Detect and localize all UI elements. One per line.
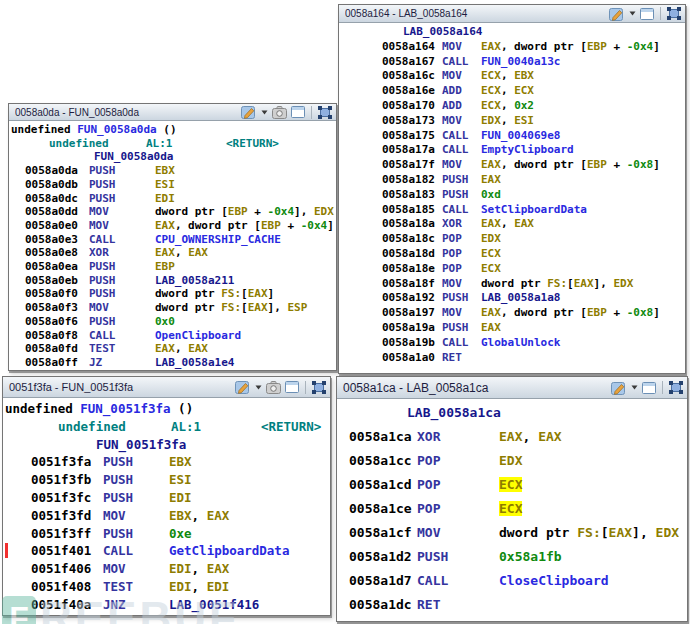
selection-icon[interactable] — [318, 106, 332, 119]
operand-token: EDI — [169, 490, 192, 505]
listing-row[interactable]: 0058a182PUSHEAX — [339, 173, 685, 188]
listing-row[interactable]: FUN_0051f3fa — [3, 436, 330, 454]
listing-row[interactable]: 0058a1d2PUSH0x58a1fb — [337, 545, 687, 569]
listing-row[interactable]: 0058a0dcPUSHEDI — [9, 192, 336, 206]
listing-row[interactable]: 0051f3faPUSHEBX — [3, 453, 330, 471]
listing-row[interactable]: 0058a1cePOPECX — [337, 497, 687, 521]
dropdown-icon[interactable] — [261, 110, 268, 115]
listing-row[interactable]: 0058a19bCALLGlobalUnlock — [339, 336, 685, 351]
restore-icon[interactable] — [291, 106, 305, 118]
selection-icon[interactable] — [669, 381, 683, 394]
restore-icon[interactable] — [642, 382, 656, 394]
camera-icon[interactable] — [272, 106, 287, 119]
listing-row[interactable]: 0058a0f8CALLOpenClipboard — [9, 329, 336, 343]
operand-token: , — [522, 429, 538, 444]
mnemonic: POP — [417, 449, 499, 473]
titlebar[interactable]: 0058a0da - FUN_0058a0da — [9, 104, 336, 121]
listing-row[interactable]: 0058a1caXOREAX, EAX — [337, 425, 687, 449]
listing-row[interactable]: LAB_0058a1ca — [337, 401, 687, 425]
listing-row[interactable]: 0058a0f3MOVdword ptr FS:[EAX], ESP — [9, 301, 336, 315]
selection-icon[interactable] — [667, 7, 681, 20]
listing-row[interactable]: 0058a0dbPUSHESI — [9, 178, 336, 192]
listing-row[interactable]: 0051f408TESTEDI, EDI — [3, 578, 330, 596]
listing-row[interactable]: 0058a0daPUSHEBX — [9, 164, 336, 178]
listing-row[interactable]: 0058a1d7CALLCloseClipboard — [337, 569, 687, 593]
listing-row[interactable]: 0058a19aPUSHEAX — [339, 321, 685, 336]
function-prototype[interactable]: undefinedAL:1<RETURN> — [3, 418, 330, 436]
edit-icon[interactable] — [241, 105, 257, 119]
dropdown-icon[interactable] — [629, 11, 636, 16]
listing-row[interactable]: 0051f401CALLGetClipboardData — [3, 542, 330, 560]
listing-row[interactable]: 0058a192PUSHLAB_0058a1a8 — [339, 291, 685, 306]
listing-row[interactable]: 0058a18ePOPECX — [339, 262, 685, 277]
function-signature[interactable]: undefined FUN_0051f3fa () — [3, 400, 330, 418]
address: 0058a1cf — [349, 521, 417, 545]
address: 0058a1cc — [349, 449, 417, 473]
listing-row[interactable]: 0051f3fbPUSHESI — [3, 471, 330, 489]
mnemonic: POP — [442, 262, 481, 277]
listing-row[interactable]: 0058a1ccPOPEDX — [337, 449, 687, 473]
listing-row[interactable]: 0058a183PUSH0xd — [339, 188, 685, 203]
operands: EDI, EDI — [169, 579, 229, 594]
listing-row[interactable]: 0058a0f6PUSH0x0 — [9, 315, 336, 329]
listing-body[interactable]: LAB_0058a1640058a164MOVEAX, dword ptr [E… — [339, 23, 685, 373]
listing-row[interactable]: 0051f3fcPUSHEDI — [3, 489, 330, 507]
listing-row[interactable]: 0058a197MOVEAX, dword ptr [EBP + -0x8] — [339, 306, 685, 321]
listing-body[interactable]: undefined FUN_0051f3fa ()undefinedAL:1<R… — [3, 398, 330, 615]
listing-row[interactable]: 0058a175CALLFUN_004069e8 — [339, 129, 685, 144]
dropdown-icon[interactable] — [631, 385, 638, 390]
listing-row[interactable]: 0058a16eADDECX, ECX — [339, 84, 685, 99]
restore-icon[interactable] — [285, 381, 299, 393]
listing-row[interactable]: 0058a18cPOPEDX — [339, 232, 685, 247]
address: 0058a1a0 — [382, 351, 442, 366]
listing-row[interactable]: 0058a17aCALLEmptyClipboard — [339, 143, 685, 158]
titlebar[interactable]: 0058a164 - LAB_0058a164 — [339, 5, 685, 23]
listing-row[interactable]: 0058a0e3CALLCPU_OWNERSHIP_CACHE — [9, 233, 336, 247]
function-signature[interactable]: undefined FUN_0058a0da () — [9, 123, 336, 137]
listing-row[interactable]: FUN_0058a0da — [9, 150, 336, 164]
listing-row[interactable]: 0058a17fMOVEAX, dword ptr [EBP + -0x8] — [339, 158, 685, 173]
listing-row[interactable]: 0051f406MOVEDI, EAX — [3, 560, 330, 578]
selection-icon[interactable] — [312, 381, 326, 394]
listing-row[interactable]: 0058a0f0PUSHdword ptr FS:[EAX] — [9, 287, 336, 301]
dropdown-icon[interactable] — [255, 385, 262, 390]
listing-row[interactable]: 0058a173MOVEDX, ESI — [339, 114, 685, 129]
listing-row[interactable]: 0058a164MOVEAX, dword ptr [EBP + -0x4] — [339, 40, 685, 55]
listing-row[interactable]: 0058a0e0MOVEAX, dword ptr [EBP + -0x4] — [9, 219, 336, 233]
mnemonic: JNZ — [103, 596, 169, 614]
listing-row[interactable]: 0058a18dPOPECX — [339, 247, 685, 262]
edit-icon[interactable] — [609, 7, 625, 21]
listing-row[interactable]: 0058a0fdTESTEAX, EAX — [9, 342, 336, 356]
listing-body[interactable]: LAB_0058a1ca0058a1caXOREAX, EAX0058a1ccP… — [337, 399, 687, 621]
listing-row[interactable]: 0058a0e8XOREAX, EAX — [9, 246, 336, 260]
listing-row[interactable]: 0058a1cfMOVdword ptr FS:[EAX], EDX — [337, 521, 687, 545]
edit-icon[interactable] — [611, 381, 627, 395]
listing-row[interactable]: 0051f3ffPUSH0xe — [3, 525, 330, 543]
listing-row[interactable]: 0058a1cdPOPECX — [337, 473, 687, 497]
titlebar[interactable]: 0051f3fa - FUN_0051f3fa — [3, 377, 330, 398]
listing-row[interactable]: 0058a18aXOREAX, EAX — [339, 217, 685, 232]
listing-row[interactable]: 0058a0ddMOVdword ptr [EBP + -0x4], EDX — [9, 205, 336, 219]
operands: ECX, ECX — [481, 84, 534, 97]
edit-icon[interactable] — [235, 380, 251, 394]
function-prototype[interactable]: undefinedAL:1<RETURN> — [9, 137, 336, 151]
listing-row[interactable]: 0051f3fdMOVEBX, EAX — [3, 507, 330, 525]
titlebar[interactable]: 0058a1ca - LAB_0058a1ca — [337, 377, 687, 399]
listing-row[interactable]: 0058a170ADDECX, 0x2 — [339, 99, 685, 114]
listing-row[interactable]: 0058a1a0RET — [339, 351, 685, 366]
listing-row[interactable]: 0058a167CALLFUN_0040a13c — [339, 55, 685, 70]
listing-row[interactable]: 0058a0ebPUSHLAB_0058a211 — [9, 274, 336, 288]
listing-row[interactable]: 0058a0eaPUSHEBP — [9, 260, 336, 274]
listing-row[interactable]: 0058a18fMOVdword ptr FS:[EAX], EDX — [339, 277, 685, 292]
operand-token: ], — [294, 205, 314, 218]
restore-icon[interactable] — [640, 8, 654, 20]
listing-row[interactable]: LAB_0058a164 — [339, 25, 685, 40]
listing-row[interactable]: 0058a185CALLSetClipboardData — [339, 203, 685, 218]
operand-token: + — [607, 306, 627, 319]
listing-row[interactable]: 0058a16cMOVECX, EBX — [339, 69, 685, 84]
camera-icon[interactable] — [266, 381, 281, 394]
listing-row[interactable]: 0058a0ffJZLAB_0058a1e4 — [9, 356, 336, 370]
listing-body[interactable]: undefined FUN_0058a0da ()undefinedAL:1<R… — [9, 121, 336, 370]
listing-row[interactable]: 0051f40aJNZLAB_0051f416 — [3, 596, 330, 614]
listing-row[interactable]: 0058a1dcRET — [337, 593, 687, 617]
